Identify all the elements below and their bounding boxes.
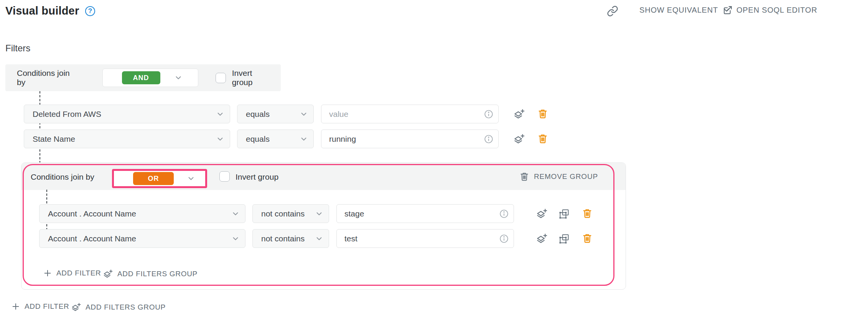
group-add-filter-button[interactable]: ADD FILTER [43,269,101,277]
open-soql-editor-label: OPEN SOQL EDITOR [736,6,817,15]
chevron-down-icon [315,210,323,218]
chevron-down-icon [315,234,323,243]
group-invert-checkbox[interactable] [219,171,230,182]
root-invert-checkbox[interactable] [216,73,226,83]
add-filter-button[interactable]: ADD FILTER [12,302,69,311]
connector-line [40,91,40,163]
operator-value: equals [246,110,300,119]
field-select[interactable]: Account . Account Name [39,229,245,248]
field-value: Account . Account Name [48,209,231,218]
external-link-icon [723,5,733,15]
layers-plus-icon [536,208,547,220]
root-invert-label: Invert group [232,69,275,87]
trash-icon [519,172,529,182]
chevron-down-icon [231,210,240,218]
delete-filter-button[interactable] [581,208,593,219]
trash-icon [582,208,593,219]
operator-select[interactable]: equals [237,129,314,148]
layers-plus-icon [536,233,547,244]
layers-plus-icon [71,302,81,312]
trash-icon [582,233,593,244]
root-conditions-bar: Conditions join by AND Invert group [5,64,281,91]
info-icon[interactable] [499,234,509,244]
remove-group-button[interactable]: REMOVE GROUP [519,172,598,182]
group-add-filters-group-button[interactable]: ADD FILTERS GROUP [103,269,198,279]
delete-filter-button[interactable] [581,233,593,244]
add-filter-label: ADD FILTER [25,302,69,311]
value-field [336,229,514,248]
delete-filter-button[interactable] [537,108,548,120]
value-field [321,129,499,148]
operator-select[interactable]: not contains [252,229,329,248]
chevron-down-icon [300,135,308,143]
field-select[interactable]: State Name [24,129,230,148]
chevron-down-icon [216,135,224,143]
value-input[interactable] [324,134,484,144]
chain-icon [607,5,618,17]
root-join-label: Conditions join by [17,69,80,87]
move-to-group-button[interactable] [535,208,548,220]
trash-icon [537,108,548,119]
chevron-down-icon [300,110,308,118]
layers-plus-icon [513,108,525,120]
chevron-down-icon [187,174,195,183]
value-input[interactable] [324,110,484,119]
ungroup-icon [558,208,570,220]
group-invert-label: Invert group [236,172,278,182]
trash-icon [537,133,548,144]
value-field [321,105,499,123]
help-icon[interactable]: ? [85,6,95,16]
layers-plus-icon [103,269,113,279]
add-filters-group-button[interactable]: ADD FILTERS GROUP [71,302,166,312]
value-input[interactable] [339,209,499,218]
chevron-down-icon [174,74,183,82]
move-to-group-button[interactable] [535,233,548,245]
chevron-down-icon [216,110,224,118]
page-title: Visual builder [5,5,79,17]
field-value: Deleted From AWS [33,110,216,119]
operator-select[interactable]: not contains [252,204,329,223]
root-join-select[interactable]: AND [102,69,198,87]
and-pill: AND [122,71,160,84]
visual-builder-page: Visual builder ? SHOW EQUIVALENT OPEN SO… [0,0,868,318]
info-icon[interactable] [499,209,509,219]
show-equivalent-button[interactable]: SHOW EQUIVALENT [639,5,731,15]
filters-heading: Filters [5,43,30,54]
group-add-filters-group-label: ADD FILTERS GROUP [117,270,198,278]
group-add-filter-label: ADD FILTER [56,269,101,277]
value-input[interactable] [339,234,499,243]
operator-value: not contains [261,234,315,243]
open-soql-editor-button[interactable]: OPEN SOQL EDITOR [723,5,817,15]
layers-plus-icon [513,133,525,145]
operator-value: equals [246,134,300,144]
ungroup-button[interactable] [558,233,570,245]
info-icon[interactable] [484,109,494,119]
value-field [336,204,514,223]
chevron-down-icon [231,234,240,243]
field-value: State Name [33,134,216,144]
operator-select[interactable]: equals [237,105,314,123]
group-join-label: Conditions join by [31,172,94,182]
field-select[interactable]: Deleted From AWS [24,105,230,123]
move-to-group-button[interactable] [513,108,525,120]
info-icon[interactable] [484,134,494,144]
ungroup-button[interactable] [558,208,570,220]
show-equivalent-label: SHOW EQUIVALENT [639,6,718,15]
move-to-group-button[interactable] [513,133,525,145]
operator-value: not contains [261,209,315,218]
plus-icon [12,302,20,311]
ungroup-icon [558,233,570,244]
plus-icon [43,269,52,277]
delete-filter-button[interactable] [537,133,548,144]
or-pill: OR [133,172,174,185]
remove-group-label: REMOVE GROUP [534,172,598,181]
add-filters-group-label: ADD FILTERS GROUP [86,303,166,311]
field-value: Account . Account Name [48,234,231,243]
copy-link-icon[interactable] [606,5,619,18]
field-select[interactable]: Account . Account Name [39,204,245,223]
group-join-select[interactable]: OR [112,169,207,188]
